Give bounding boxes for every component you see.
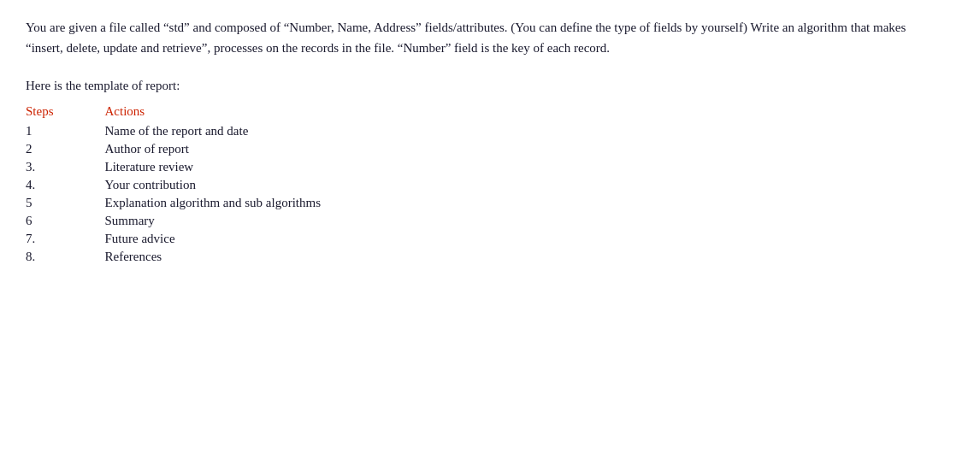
action-cell: References xyxy=(105,248,447,266)
step-cell: 4. xyxy=(26,176,105,194)
step-cell: 6 xyxy=(26,212,105,230)
action-cell: Author of report xyxy=(105,140,447,158)
step-cell: 7. xyxy=(26,230,105,248)
table-row: 3.Literature review xyxy=(26,158,447,176)
actions-header: Actions xyxy=(105,103,447,122)
template-intro: Here is the template of report: xyxy=(26,75,954,96)
table-row: 2Author of report xyxy=(26,140,447,158)
action-cell: Future advice xyxy=(105,230,447,248)
step-cell: 5 xyxy=(26,194,105,212)
action-cell: Explanation algorithm and sub algorithms xyxy=(105,194,447,212)
intro-paragraph: You are given a file called “std” and co… xyxy=(26,17,924,58)
table-header-row: Steps Actions xyxy=(26,103,447,122)
step-cell: 1 xyxy=(26,122,105,140)
steps-header: Steps xyxy=(26,103,105,122)
table-row: 6Summary xyxy=(26,212,447,230)
table-row: 7.Future advice xyxy=(26,230,447,248)
action-cell: Literature review xyxy=(105,158,447,176)
step-cell: 8. xyxy=(26,248,105,266)
table-row: 1Name of the report and date xyxy=(26,122,447,140)
table-row: 8.References xyxy=(26,248,447,266)
action-cell: Name of the report and date xyxy=(105,122,447,140)
action-cell: Your contribution xyxy=(105,176,447,194)
step-cell: 3. xyxy=(26,158,105,176)
report-table: Steps Actions 1Name of the report and da… xyxy=(26,103,447,266)
table-row: 5Explanation algorithm and sub algorithm… xyxy=(26,194,447,212)
table-row: 4.Your contribution xyxy=(26,176,447,194)
action-cell: Summary xyxy=(105,212,447,230)
step-cell: 2 xyxy=(26,140,105,158)
